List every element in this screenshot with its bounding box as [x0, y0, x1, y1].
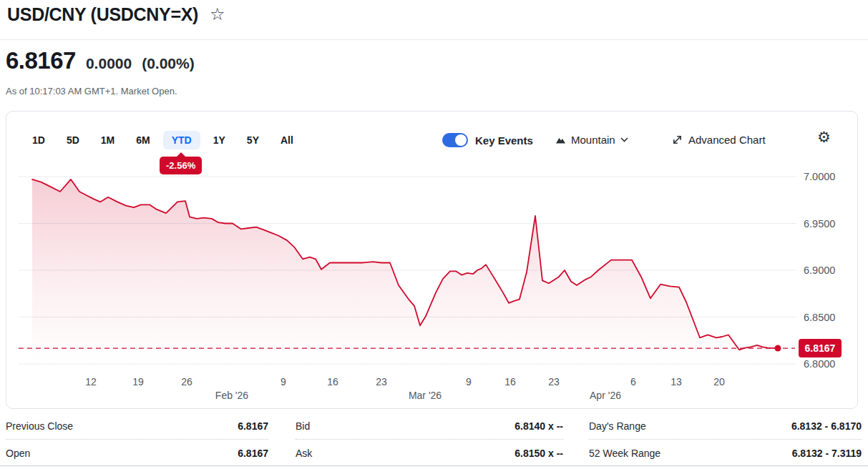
range-tab-1y[interactable]: 1Y — [205, 131, 234, 149]
price-change-percent: (0.00%) — [142, 55, 195, 72]
stats-column: Day's Range 6.8132 - 6.8170 52 Week Rang… — [589, 413, 862, 466]
stats-column: Bid 6.8140 x -- Ask 6.8150 x -- — [296, 413, 563, 466]
stat-row: Open 6.8167 — [6, 440, 268, 466]
key-events-toggle[interactable] — [442, 133, 468, 147]
mountain-icon — [555, 136, 566, 144]
advanced-chart-label: Advanced Chart — [688, 134, 766, 146]
stat-row: 52 Week Range 6.8132 - 7.3119 — [589, 440, 862, 466]
stat-value-ask: 6.8150 x -- — [515, 448, 563, 459]
x-tick-label: 9 — [466, 376, 472, 387]
x-tick-label: 9 — [281, 376, 286, 387]
y-axis-label: 6.8500 — [804, 312, 835, 323]
star-icon[interactable]: ☆ — [210, 6, 225, 23]
range-tab-all[interactable]: All — [272, 131, 302, 149]
chart-type-dropdown[interactable]: Mountain — [555, 134, 628, 146]
y-axis-label: 6.8000 — [804, 358, 835, 370]
stat-value-bid: 6.8140 x -- — [515, 420, 563, 432]
stat-label-open: Open — [6, 448, 30, 459]
current-price-badge-label: 6.8167 — [805, 342, 836, 354]
chevron-down-icon — [620, 137, 628, 142]
range-change-badge-label: -2.56% — [166, 160, 195, 171]
advanced-chart-button[interactable]: Advanced Chart — [672, 134, 766, 146]
quote-stats: Previous Close 6.8167 Open 6.8167 Bid 6.… — [0, 413, 868, 465]
price-change: 0.0000 — [86, 55, 132, 72]
stat-row: Day's Range 6.8132 - 6.8170 — [589, 413, 862, 440]
stat-value-52-week-range: 6.8132 - 7.3119 — [792, 448, 862, 459]
stat-row: Ask 6.8150 x -- — [296, 440, 563, 466]
stats-column: Previous Close 6.8167 Open 6.8167 — [6, 413, 268, 466]
chart-type-label: Mountain — [571, 134, 615, 146]
as-of-text: As of 10:17:03 AM GMT+1. Market Open. — [6, 86, 177, 97]
stat-value-days-range: 6.8132 - 6.8170 — [791, 420, 862, 432]
stat-label-bid: Bid — [296, 420, 310, 432]
chart-plot-area[interactable]: 7.00006.95006.90006.85006.80006.81671219… — [19, 172, 856, 401]
x-tick-label: 6 — [630, 376, 636, 387]
x-tick-label: 13 — [670, 376, 682, 387]
range-tab-1m[interactable]: 1M — [92, 131, 123, 149]
month-label: Feb '26 — [215, 390, 248, 401]
stat-row: Bid 6.8140 x -- — [296, 413, 563, 440]
range-tab-5y[interactable]: 5Y — [238, 131, 268, 149]
x-tick-label: 20 — [713, 376, 725, 387]
y-axis-label: 7.0000 — [804, 171, 835, 182]
symbol-header: USD/CNY (USDCNY=X) ☆ — [7, 4, 225, 25]
page-title: USD/CNY (USDCNY=X) — [7, 4, 198, 25]
stat-label-previous-close: Previous Close — [6, 420, 73, 432]
gear-icon[interactable]: ⚙ — [817, 129, 831, 144]
x-tick-label: 23 — [548, 376, 560, 387]
key-events-label: Key Events — [475, 134, 533, 147]
stat-row: Previous Close 6.8167 — [6, 413, 268, 440]
range-tab-5d[interactable]: 5D — [58, 131, 88, 149]
key-events-control: Key Events — [442, 133, 533, 147]
x-tick-label: 16 — [327, 376, 338, 387]
stat-value-open: 6.8167 — [238, 448, 268, 459]
y-axis-label: 6.9000 — [804, 265, 835, 276]
y-axis-label: 6.9500 — [804, 218, 835, 229]
bottom-divider — [0, 465, 868, 466]
stat-label-days-range: Day's Range — [589, 420, 646, 432]
month-label: Apr '26 — [590, 390, 621, 401]
stat-label-52-week-range: 52 Week Range — [589, 448, 660, 459]
price-row: 6.8167 0.0000 (0.00%) — [6, 47, 195, 74]
current-price-dot — [775, 345, 781, 352]
stat-value-previous-close: 6.8167 — [238, 420, 268, 432]
x-tick-label: 26 — [181, 376, 192, 387]
header-divider — [0, 39, 868, 40]
current-price: 6.8167 — [6, 47, 76, 74]
expand-icon — [672, 134, 683, 145]
range-tab-6m[interactable]: 6M — [127, 131, 158, 149]
x-tick-label: 19 — [132, 376, 144, 387]
stat-label-ask: Ask — [296, 448, 312, 459]
chart-card: 1D5D1M6MYTD1Y5YAll -2.56% Key Events Mou… — [6, 111, 858, 409]
range-tab-1d[interactable]: 1D — [24, 131, 54, 149]
range-tabs: 1D5D1M6MYTD1Y5YAll — [24, 131, 302, 149]
range-tab-ytd[interactable]: YTD — [163, 131, 200, 149]
x-tick-label: 12 — [85, 376, 97, 387]
month-label: Mar '26 — [409, 390, 442, 401]
area-fill — [32, 179, 778, 364]
x-tick-label: 16 — [504, 376, 516, 387]
toggle-knob — [455, 134, 467, 146]
x-tick-label: 23 — [376, 376, 387, 387]
